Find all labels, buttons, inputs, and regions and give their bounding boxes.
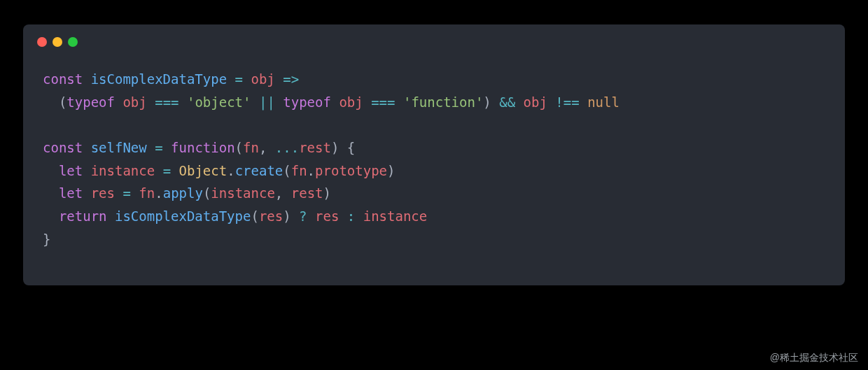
minimize-icon[interactable]	[52, 37, 62, 47]
code-token: obj	[122, 94, 146, 110]
code-token: create	[235, 163, 284, 178]
code-token: ,	[275, 185, 291, 201]
code-token: typeof	[66, 94, 115, 110]
code-token	[115, 94, 122, 110]
code-token: ===	[371, 94, 395, 110]
code-token: .	[155, 185, 162, 201]
code-token: res	[315, 208, 339, 224]
code-token: instance	[211, 185, 275, 201]
code-token: const	[43, 71, 91, 87]
code-token: rest	[299, 140, 331, 155]
code-token: res	[259, 208, 283, 224]
code-token	[275, 71, 283, 87]
code-token: =>	[283, 71, 299, 87]
code-token: isComplexDataType	[91, 71, 227, 87]
code-token: (	[235, 140, 243, 155]
code-token: ?	[299, 208, 307, 224]
code-token	[515, 94, 523, 110]
code-token: (	[43, 94, 66, 110]
code-token: (	[283, 163, 290, 178]
code-token: ) {	[331, 140, 355, 155]
code-token	[171, 163, 178, 178]
code-token	[331, 94, 339, 110]
code-token	[179, 94, 187, 110]
window-titlebar	[23, 24, 845, 54]
code-token	[251, 94, 259, 110]
code-line: let res = fn.apply(instance, rest)	[43, 182, 825, 205]
code-token: :	[347, 208, 355, 224]
maximize-icon[interactable]	[68, 37, 78, 47]
close-icon[interactable]	[37, 37, 47, 47]
code-token: obj	[339, 94, 363, 110]
code-token	[580, 94, 587, 110]
code-token	[115, 185, 122, 201]
code-token: res	[91, 185, 115, 201]
code-token: )	[323, 185, 331, 201]
code-token: instance	[91, 163, 155, 178]
code-token: apply	[163, 185, 203, 201]
code-token: )	[283, 208, 299, 224]
code-token	[155, 163, 162, 178]
code-token: 'object'	[187, 94, 251, 110]
code-token: )	[483, 94, 499, 110]
code-token: let	[59, 185, 91, 201]
code-token: let	[59, 163, 91, 178]
code-token: ===	[155, 94, 178, 110]
code-token: =	[163, 163, 171, 178]
code-token	[355, 208, 363, 224]
code-token	[243, 71, 251, 87]
code-token: (	[203, 185, 211, 201]
code-token: const	[43, 140, 91, 155]
code-line	[43, 113, 825, 136]
code-line: const isComplexDataType = obj =>	[43, 68, 825, 91]
code-token: fn	[243, 140, 259, 155]
code-token: }	[43, 232, 50, 247]
code-token: rest	[291, 185, 323, 201]
code-token: obj	[524, 94, 547, 110]
code-token: =	[155, 140, 162, 155]
code-token	[147, 94, 155, 110]
code-token: )	[387, 163, 395, 178]
code-token	[43, 185, 59, 201]
code-token: .	[227, 163, 234, 178]
code-token: =	[235, 71, 243, 87]
code-token	[131, 185, 139, 201]
code-token	[275, 94, 283, 110]
code-line: (typeof obj === 'object' || typeof obj =…	[43, 91, 825, 114]
code-line: let instance = Object.create(fn.prototyp…	[43, 159, 825, 183]
code-line: }	[43, 228, 825, 251]
watermark-text: @稀土掘金技术社区	[770, 352, 858, 364]
code-token: null	[587, 94, 620, 110]
code-token: Object	[179, 163, 227, 178]
code-token: !==	[555, 94, 579, 110]
code-token: isComplexDataType	[115, 208, 251, 224]
code-token: ,	[259, 140, 275, 155]
code-token: instance	[363, 208, 428, 224]
code-token: fn	[291, 163, 307, 178]
code-token: selfNew	[91, 140, 147, 155]
code-token	[43, 208, 59, 224]
code-token: ||	[259, 94, 275, 110]
code-token: (	[251, 208, 258, 224]
code-token	[396, 94, 403, 110]
code-token: prototype	[315, 163, 387, 178]
code-token	[339, 208, 346, 224]
code-token: function	[171, 140, 235, 155]
code-token: =	[122, 185, 130, 201]
code-token: &&	[499, 94, 515, 110]
code-token	[227, 71, 234, 87]
code-token: ...	[275, 140, 299, 155]
code-token: .	[307, 163, 315, 178]
code-block: const isComplexDataType = obj => (typeof…	[23, 54, 845, 285]
code-token	[147, 140, 155, 155]
code-token	[363, 94, 371, 110]
code-token	[163, 140, 171, 155]
code-token	[43, 163, 59, 178]
code-window: const isComplexDataType = obj => (typeof…	[23, 24, 845, 285]
code-token	[307, 208, 315, 224]
code-token	[547, 94, 555, 110]
code-token: typeof	[283, 94, 331, 110]
code-token: obj	[251, 71, 274, 87]
code-token: 'function'	[403, 94, 483, 110]
code-line: const selfNew = function(fn, ...rest) {	[43, 136, 825, 159]
